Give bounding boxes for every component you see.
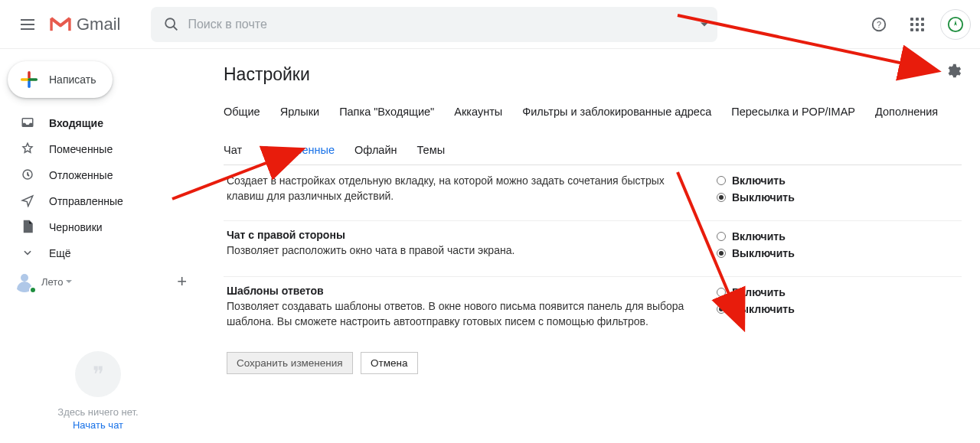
svg-line-3 bbox=[174, 26, 178, 30]
presence-dot bbox=[29, 286, 37, 294]
sidebar-item-snoozed[interactable]: Отложенные bbox=[5, 162, 196, 188]
sidebar-item-sent[interactable]: Отправленные bbox=[5, 188, 196, 214]
search-icon bbox=[163, 16, 180, 33]
clock-icon bbox=[20, 168, 35, 184]
draft-icon bbox=[20, 220, 35, 236]
page-title: Настройки bbox=[224, 64, 310, 85]
setting-desc: Позволяет расположить окно чата в правой… bbox=[227, 243, 701, 258]
tab-inbox[interactable]: Папка "Входящие" bbox=[339, 106, 434, 118]
chevron-down-icon bbox=[20, 247, 35, 260]
google-apps-button[interactable] bbox=[902, 9, 933, 40]
settings-actions: Сохранить изменения Отмена bbox=[224, 341, 962, 374]
sidebar-label: Отправленные bbox=[49, 195, 123, 207]
compose-label: Написать bbox=[49, 73, 96, 86]
search-options-caret[interactable] bbox=[701, 22, 708, 26]
hangouts-panel: ❞ Здесь ничего нет. Начать чат bbox=[0, 295, 196, 443]
sidebar-item-inbox[interactable]: Входящие bbox=[5, 110, 196, 136]
caret-down-icon bbox=[66, 280, 72, 283]
help-icon: ? bbox=[871, 16, 887, 33]
account-avatar-icon bbox=[947, 16, 964, 33]
help-button[interactable]: ? bbox=[864, 9, 894, 40]
hangouts-empty-icon: ❞ bbox=[75, 351, 121, 397]
gmail-logo[interactable]: Gmail bbox=[49, 15, 120, 34]
setting-right-side-chat: Чат с правой стороны Позволяет расположи… bbox=[224, 221, 962, 277]
gmail-m-icon bbox=[49, 16, 72, 33]
setting-desc: Создает в настройках отдельную вкладку, … bbox=[227, 173, 701, 204]
plus-icon bbox=[18, 69, 40, 90]
product-name: Gmail bbox=[77, 15, 120, 34]
tab-pop[interactable]: Пересылка и POP/IMAP bbox=[731, 106, 855, 118]
tab-offline[interactable]: Офлайн bbox=[354, 144, 397, 156]
setting-title: Шаблоны ответов bbox=[227, 285, 701, 297]
tab-filters[interactable]: Фильтры и заблокированные адреса bbox=[522, 106, 711, 118]
sidebar-label: Ещё bbox=[49, 247, 71, 259]
search-bar[interactable] bbox=[151, 7, 717, 42]
avatar bbox=[14, 271, 35, 292]
sidebar-item-drafts[interactable]: Черновики bbox=[5, 214, 196, 240]
main-menu-button[interactable] bbox=[9, 6, 46, 43]
sidebar: Написать Входящие Помеченные Отложенные … bbox=[0, 49, 196, 443]
apps-grid-icon bbox=[910, 18, 924, 31]
tab-addons[interactable]: Дополнения bbox=[875, 106, 938, 118]
sidebar-item-starred[interactable]: Помеченные bbox=[5, 136, 196, 162]
gear-icon bbox=[945, 63, 962, 80]
svg-text:?: ? bbox=[877, 20, 881, 29]
star-icon bbox=[20, 142, 35, 158]
radio-disable[interactable]: Выключить bbox=[717, 303, 795, 315]
radio-disable[interactable]: Выключить bbox=[717, 247, 795, 259]
svg-point-2 bbox=[166, 18, 175, 28]
settings-gear-button[interactable] bbox=[945, 63, 962, 83]
tab-advanced[interactable]: Расширенные bbox=[262, 144, 335, 156]
tab-chat[interactable]: Чат bbox=[224, 144, 242, 156]
save-button[interactable]: Сохранить изменения bbox=[227, 352, 353, 374]
account-button[interactable] bbox=[940, 9, 971, 40]
cancel-button[interactable]: Отмена bbox=[361, 352, 417, 374]
inbox-icon bbox=[20, 116, 35, 132]
setting-custom-shortcuts: Создает в настройках отдельную вкладку, … bbox=[224, 165, 962, 221]
sidebar-item-more[interactable]: Ещё bbox=[5, 240, 196, 266]
tab-labels[interactable]: Ярлыки bbox=[280, 106, 319, 118]
sidebar-label: Входящие bbox=[49, 117, 103, 129]
settings-tabs-row1: Общие Ярлыки Папка "Входящие" Аккаунты Ф… bbox=[224, 100, 962, 123]
settings-tabs-row2: Чат Расширенные Офлайн Темы bbox=[224, 138, 962, 161]
tab-general[interactable]: Общие bbox=[224, 106, 260, 118]
hangouts-user-row[interactable]: Лето + bbox=[5, 266, 196, 292]
radio-enable[interactable]: Включить bbox=[717, 174, 795, 187]
setting-desc: Позволяет создавать шаблоны ответов. В о… bbox=[227, 298, 701, 329]
hangouts-start-link[interactable]: Начать чат bbox=[9, 419, 187, 431]
tab-themes[interactable]: Темы bbox=[417, 144, 446, 156]
settings-pane: Настройки Общие Ярлыки Папка "Входящие" … bbox=[208, 49, 974, 443]
app-header: Gmail ? bbox=[0, 0, 980, 49]
sidebar-label: Помеченные bbox=[49, 143, 113, 155]
sidebar-label: Отложенные bbox=[49, 169, 113, 181]
sidebar-label: Черновики bbox=[49, 221, 103, 233]
new-chat-button[interactable]: + bbox=[177, 273, 187, 290]
hangouts-user-name: Лето bbox=[41, 276, 63, 288]
radio-disable[interactable]: Выключить bbox=[717, 191, 795, 204]
setting-templates: Шаблоны ответов Позволяет создавать шабл… bbox=[224, 277, 962, 341]
svg-rect-1 bbox=[68, 18, 70, 30]
tab-accounts[interactable]: Аккаунты bbox=[454, 106, 502, 118]
radio-enable[interactable]: Включить bbox=[717, 286, 795, 298]
hangouts-empty-text: Здесь ничего нет. bbox=[9, 406, 187, 418]
compose-button[interactable]: Написать bbox=[8, 61, 113, 98]
radio-enable[interactable]: Включить bbox=[717, 230, 795, 243]
search-input[interactable] bbox=[186, 17, 711, 32]
setting-title: Чат с правой стороны bbox=[227, 229, 701, 241]
send-icon bbox=[20, 194, 35, 210]
svg-rect-0 bbox=[50, 18, 52, 30]
